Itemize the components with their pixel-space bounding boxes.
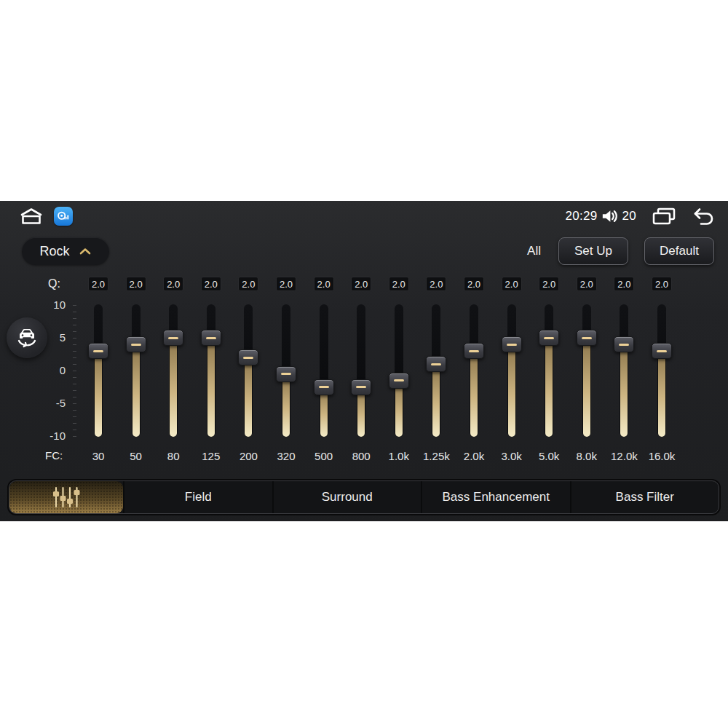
default-button[interactable]: Default xyxy=(644,237,714,265)
slider-handle-12.0k[interactable] xyxy=(614,336,634,352)
slider-handle-320[interactable] xyxy=(276,366,296,382)
axis-label-10: 10 xyxy=(28,298,66,311)
q-value-band-16.0k[interactable]: 2.0 xyxy=(652,277,672,291)
axis-tick xyxy=(73,416,76,417)
q-value-band-30[interactable]: 2.0 xyxy=(88,277,108,291)
axis-tick xyxy=(73,312,76,312)
q-value-band-5.0k[interactable]: 2.0 xyxy=(539,277,559,291)
slider-fill-3.0k xyxy=(508,344,515,437)
slider-fill-1.0k xyxy=(395,381,403,438)
set-up-button[interactable]: Set Up xyxy=(558,237,628,265)
axis-tick xyxy=(73,423,76,424)
axis-tick xyxy=(73,331,76,332)
car-surround-button[interactable] xyxy=(7,317,47,358)
axis-tick xyxy=(73,390,76,391)
q-row-label: Q: xyxy=(48,277,60,290)
handle-grip-line xyxy=(657,350,667,352)
slider-handle-3.0k[interactable] xyxy=(502,336,522,352)
axis-tick xyxy=(73,364,76,365)
axis-tick xyxy=(73,403,76,404)
car-surround-icon xyxy=(13,326,41,349)
axis-tick xyxy=(73,325,76,325)
clock-text: 20:29 xyxy=(565,209,597,223)
tab-field[interactable]: Field xyxy=(123,481,272,513)
slider-fill-50 xyxy=(132,344,140,437)
axis-tick xyxy=(73,357,76,358)
slider-handle-500[interactable] xyxy=(314,379,334,395)
axis-label--10: -10 xyxy=(28,430,66,442)
q-value-band-80[interactable]: 2.0 xyxy=(163,277,183,291)
q-value-band-3.0k[interactable]: 2.0 xyxy=(502,277,522,291)
q-value-band-12.0k[interactable]: 2.0 xyxy=(614,277,634,291)
tab-equalizer[interactable] xyxy=(9,481,123,513)
axis-tick xyxy=(73,305,76,306)
status-bar-right: 20:29 20 xyxy=(565,205,715,228)
axis-label--5: -5 xyxy=(28,397,66,409)
handle-grip-line xyxy=(168,337,178,339)
slider-fill-16.0k xyxy=(658,351,665,437)
tab-surround[interactable]: Surround xyxy=(272,481,422,513)
tab-field-label: Field xyxy=(185,490,212,505)
handle-grip-line xyxy=(93,350,103,352)
tab-surround-label: Surround xyxy=(322,490,373,505)
q-value-band-200[interactable]: 2.0 xyxy=(238,277,258,291)
recent-apps-icon[interactable] xyxy=(651,207,677,226)
fc-row-label: FC: xyxy=(45,449,63,462)
axis-tick xyxy=(73,338,76,339)
handle-grip-line xyxy=(243,357,253,359)
tab-bass-filter-label: Bass Filter xyxy=(616,490,674,505)
tab-bass-filter[interactable]: Bass Filter xyxy=(570,481,719,513)
q-value-band-800[interactable]: 2.0 xyxy=(351,277,371,291)
axis-tick xyxy=(73,410,76,411)
slider-handle-80[interactable] xyxy=(163,330,183,346)
handle-grip-line xyxy=(469,350,479,352)
slider-handle-2.0k[interactable] xyxy=(464,343,484,359)
speaker-icon[interactable] xyxy=(601,208,618,224)
tab-bass-enhancement[interactable]: Bass Enhancement xyxy=(421,481,570,513)
slider-handle-50[interactable] xyxy=(126,336,146,352)
handle-grip-line xyxy=(206,337,216,339)
q-value-band-2.0k[interactable]: 2.0 xyxy=(464,277,484,291)
axis-tick xyxy=(73,384,76,384)
slider-fill-125 xyxy=(207,338,215,437)
equalizer-app-icon[interactable] xyxy=(54,207,73,226)
slider-fill-200 xyxy=(245,357,252,437)
q-value-band-50[interactable]: 2.0 xyxy=(126,277,146,291)
q-value-band-1.25k[interactable]: 2.0 xyxy=(426,277,446,291)
slider-handle-200[interactable] xyxy=(238,349,258,365)
slider-fill-320 xyxy=(282,374,290,438)
handle-grip-line xyxy=(394,379,404,381)
handle-grip-line xyxy=(619,344,629,346)
q-value-band-8.0k[interactable]: 2.0 xyxy=(577,277,597,291)
q-value-band-125[interactable]: 2.0 xyxy=(201,277,221,291)
axis-tick xyxy=(73,436,76,437)
slider-handle-16.0k[interactable] xyxy=(652,343,672,359)
slider-handle-8.0k[interactable] xyxy=(577,330,597,346)
handle-grip-line xyxy=(507,344,517,346)
slider-fill-30 xyxy=(95,351,102,437)
eq-faders-icon xyxy=(50,485,82,510)
handle-grip-line xyxy=(582,337,592,339)
slider-handle-800[interactable] xyxy=(351,379,371,395)
q-value-band-500[interactable]: 2.0 xyxy=(314,277,334,291)
axis-tick xyxy=(73,351,76,352)
back-icon[interactable] xyxy=(690,207,715,226)
axis-label-0: 0 xyxy=(28,364,66,376)
slider-handle-1.0k[interactable] xyxy=(389,373,409,389)
slider-handle-5.0k[interactable] xyxy=(539,330,559,346)
axis-tick xyxy=(73,318,76,319)
slider-handle-1.25k[interactable] xyxy=(426,356,446,372)
q-value-band-1.0k[interactable]: 2.0 xyxy=(389,277,409,291)
all-label: All xyxy=(527,244,541,258)
slider-fill-8.0k xyxy=(583,338,590,437)
preset-dropdown[interactable]: Rock xyxy=(22,237,109,265)
axis-tick xyxy=(73,377,76,378)
slider-handle-30[interactable] xyxy=(88,343,108,359)
home-icon[interactable] xyxy=(17,206,45,226)
volume-level-text: 20 xyxy=(622,209,636,223)
axis-tick xyxy=(73,430,76,430)
status-bar-left xyxy=(17,205,73,227)
q-value-band-320[interactable]: 2.0 xyxy=(276,277,296,291)
slider-handle-125[interactable] xyxy=(201,330,221,346)
preset-label: Rock xyxy=(39,244,69,259)
